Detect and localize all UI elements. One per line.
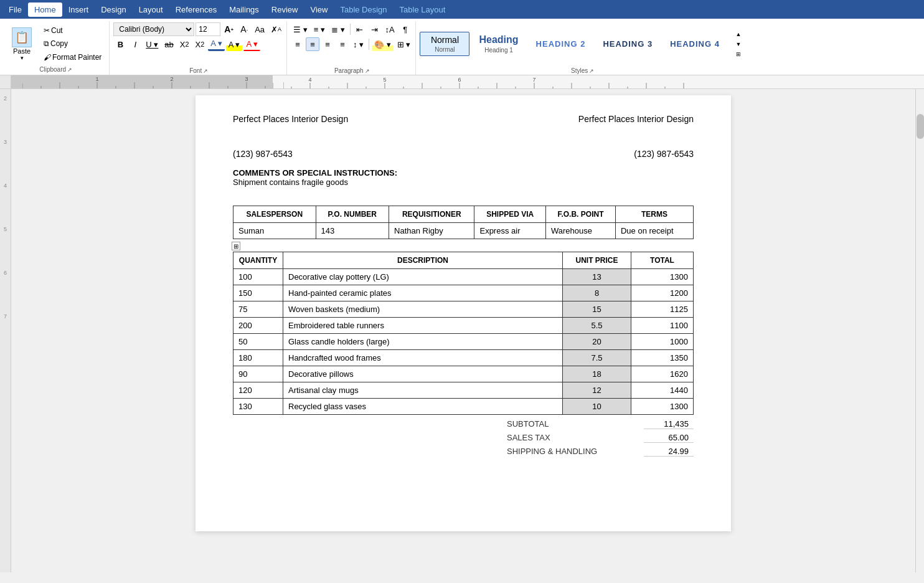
scroll-thumb[interactable] bbox=[917, 114, 924, 139]
table-row: 100 Decorative clay pottery (LG) 13 1300 bbox=[233, 269, 694, 285]
menu-layout[interactable]: Layout bbox=[133, 2, 169, 17]
cell-total: 1125 bbox=[631, 301, 694, 318]
font-group-label: Font ↗ bbox=[113, 67, 284, 75]
align-left-button[interactable]: ≡ bbox=[291, 37, 304, 51]
menu-mailings[interactable]: Mailings bbox=[223, 2, 265, 17]
underline-button[interactable]: U ▾ bbox=[143, 37, 161, 51]
clipboard-group-label: Clipboard ↗ bbox=[6, 65, 105, 73]
line-spacing-button[interactable]: ↕ ▾ bbox=[351, 37, 366, 51]
style-normal-label: Normal bbox=[435, 46, 455, 53]
comments-section: COMMENTS OR SPECIAL INSTRUCTIONS: Shipme… bbox=[233, 168, 694, 187]
copy-button[interactable]: ⧉ Copy bbox=[41, 38, 104, 49]
cell-qty: 75 bbox=[233, 301, 283, 318]
clear-formatting-button[interactable]: ✗A bbox=[268, 22, 284, 36]
style-heading4[interactable]: HEADING 4 bbox=[662, 36, 728, 52]
font-shrink-button[interactable]: A- bbox=[237, 22, 251, 36]
styles-scroll-down[interactable]: ▼ bbox=[732, 39, 745, 49]
menu-home[interactable]: Home bbox=[28, 2, 62, 17]
cell-price: 10 bbox=[563, 399, 631, 415]
cell-po-number: 143 bbox=[316, 223, 389, 239]
style-normal-preview: Normal bbox=[431, 35, 459, 45]
tax-row: SALES TAX 65.00 bbox=[507, 431, 694, 445]
cell-qty: 100 bbox=[233, 269, 283, 285]
document-scroll[interactable]: Perfect Places Interior Design Perfect P… bbox=[11, 89, 915, 572]
ruler-light-area: 4 5 6 7 bbox=[273, 75, 924, 88]
shading-button[interactable]: 🎨 ▾ bbox=[372, 37, 394, 51]
menu-insert[interactable]: Insert bbox=[62, 2, 95, 17]
document-page: Perfect Places Interior Design Perfect P… bbox=[196, 95, 731, 531]
document-header: Perfect Places Interior Design Perfect P… bbox=[233, 114, 694, 124]
numbering-button[interactable]: ≡ ▾ bbox=[311, 22, 328, 36]
format-painter-button[interactable]: 🖌 Format Painter bbox=[41, 52, 104, 63]
table-row: 180 Handcrafted wood frames 7.5 1350 bbox=[233, 350, 694, 366]
styles-scroll-up[interactable]: ▲ bbox=[732, 29, 745, 39]
menu-file[interactable]: File bbox=[2, 2, 28, 17]
highlight-button[interactable]: A ▾ bbox=[226, 37, 243, 51]
paragraph-group-label: Paragraph ↗ bbox=[291, 67, 413, 75]
menu-review[interactable]: Review bbox=[265, 2, 304, 17]
paste-dropdown[interactable]: ▾ bbox=[21, 55, 24, 61]
left-company-name: Perfect Places Interior Design bbox=[233, 114, 348, 124]
table-move-handle[interactable]: ⊞ bbox=[232, 242, 240, 250]
strikethrough-button[interactable]: ab bbox=[162, 37, 176, 51]
text-color-button[interactable]: A ▾ bbox=[243, 37, 260, 51]
menu-view[interactable]: View bbox=[304, 2, 334, 17]
font-color-button[interactable]: A ▾ bbox=[208, 37, 225, 51]
change-case-button[interactable]: Aa bbox=[252, 22, 267, 36]
clipboard-group: 📋 Paste ▾ ✂ Cut ⧉ Copy 🖌 Format P bbox=[2, 21, 110, 75]
table-row: 130 Recycled glass vases 10 1300 bbox=[233, 399, 694, 415]
cell-total: 1350 bbox=[631, 350, 694, 366]
cell-desc: Woven baskets (medium) bbox=[283, 301, 563, 318]
bullets-button[interactable]: ☰ ▾ bbox=[291, 22, 310, 36]
subtotal-row: SUBTOTAL 11,435 bbox=[507, 417, 694, 431]
cell-desc: Decorative clay pottery (LG) bbox=[283, 269, 563, 285]
borders-button[interactable]: ⊞ ▾ bbox=[395, 37, 413, 51]
superscript-button[interactable]: X2 bbox=[193, 37, 207, 51]
paragraph-expand-icon[interactable]: ↗ bbox=[365, 68, 370, 74]
cell-qty: 90 bbox=[233, 366, 283, 382]
cell-total: 1440 bbox=[631, 382, 694, 399]
decrease-indent-button[interactable]: ⇤ bbox=[353, 22, 367, 36]
cell-total: 1100 bbox=[631, 318, 694, 334]
justify-button[interactable]: ≡ bbox=[336, 37, 349, 51]
paste-button[interactable]: 📋 Paste ▾ bbox=[6, 22, 37, 65]
subtotal-value: 11,435 bbox=[644, 419, 694, 429]
menu-references[interactable]: References bbox=[169, 2, 223, 17]
styles-expand-icon[interactable]: ↗ bbox=[589, 68, 594, 74]
multilevel-button[interactable]: ≣ ▾ bbox=[329, 22, 347, 36]
align-right-button[interactable]: ≡ bbox=[321, 37, 334, 51]
styles-expand[interactable]: ⊞ bbox=[732, 49, 745, 59]
vertical-scrollbar[interactable] bbox=[915, 89, 924, 572]
svg-text:5: 5 bbox=[383, 77, 386, 83]
ruler[interactable]: 1 2 3 bbox=[0, 75, 924, 89]
style-normal[interactable]: Normal Normal bbox=[420, 32, 469, 56]
clipboard-expand-icon[interactable]: ↗ bbox=[67, 67, 72, 73]
col-quantity: QUANTITY bbox=[233, 252, 283, 269]
subscript-button[interactable]: X2 bbox=[177, 37, 192, 51]
style-heading3[interactable]: HEADING 3 bbox=[595, 36, 661, 52]
align-center-button[interactable]: ≡ bbox=[306, 37, 319, 51]
style-heading1[interactable]: Heading Heading 1 bbox=[471, 31, 526, 57]
menu-design[interactable]: Design bbox=[95, 2, 132, 17]
menu-table-layout[interactable]: Table Layout bbox=[394, 2, 452, 17]
style-heading2[interactable]: HEADING 2 bbox=[528, 36, 594, 52]
col-fob-point: F.O.B. POINT bbox=[545, 206, 615, 223]
italic-button[interactable]: I bbox=[128, 37, 142, 51]
cut-button[interactable]: ✂ Cut bbox=[41, 25, 104, 36]
font-expand-icon[interactable]: ↗ bbox=[203, 68, 208, 74]
sort-button[interactable]: ↕A bbox=[383, 22, 397, 36]
increase-indent-button[interactable]: ⇥ bbox=[368, 22, 382, 36]
font-size-input[interactable] bbox=[196, 22, 220, 36]
left-phone: (123) 987-6543 bbox=[233, 149, 293, 159]
show-formatting-button[interactable]: ¶ bbox=[398, 22, 412, 36]
svg-text:3: 3 bbox=[245, 76, 248, 82]
cell-price: 12 bbox=[563, 382, 631, 399]
bold-button[interactable]: B bbox=[113, 37, 127, 51]
font-family-select[interactable]: Calibri (Body) bbox=[113, 22, 194, 36]
menu-table-design[interactable]: Table Design bbox=[334, 2, 393, 17]
shipping-value: 24.99 bbox=[644, 447, 694, 457]
cell-qty: 130 bbox=[233, 399, 283, 415]
col-shipped-via: SHIPPED VIA bbox=[474, 206, 545, 223]
svg-text:6: 6 bbox=[458, 77, 461, 83]
font-grow-button[interactable]: A+ bbox=[222, 22, 236, 36]
